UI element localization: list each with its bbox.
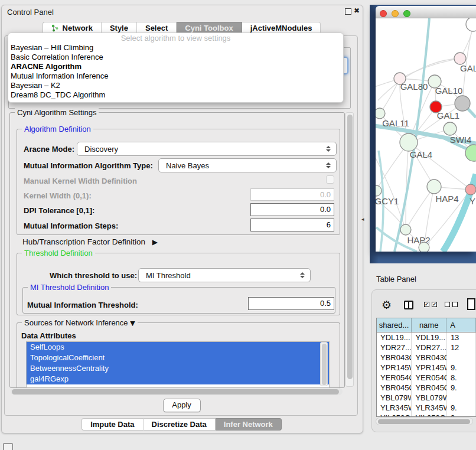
settings-vertical-scrollbar[interactable] — [345, 112, 354, 387]
aracne-mode-value: Discovery — [77, 145, 326, 154]
horizontal-scrollbar-thumb[interactable] — [12, 389, 339, 394]
data-attribute-option[interactable]: gal4RGexp — [27, 374, 329, 384]
network-node[interactable] — [400, 133, 418, 151]
aracne-mode-select[interactable]: Discovery — [77, 142, 337, 156]
table-row[interactable]: YBR043CYBR043C — [377, 353, 476, 363]
network-node[interactable] — [376, 185, 382, 196]
kernel-width-label: Kernel Width (0,1): — [24, 191, 92, 200]
table-cell: YLR345W — [412, 403, 446, 413]
panel-splitter-grip[interactable]: ◂ — [361, 216, 364, 222]
unchecked-box-icon — [452, 302, 458, 307]
network-node[interactable] — [454, 53, 466, 64]
mi-steps-field[interactable]: 6 — [250, 219, 334, 231]
export-table-icon[interactable] — [467, 298, 475, 310]
algorithm-option[interactable]: Basic Correlation Inference — [8, 53, 343, 62]
disclosure-down-icon: ▼ — [130, 319, 135, 327]
table-row[interactable]: YDR27...YDR27...12 — [377, 343, 476, 353]
dropdown-prompt: Select algorithm to view settings — [8, 33, 343, 43]
list-vertical-scrollbar[interactable] — [320, 342, 328, 386]
minimized-panel-icon[interactable] — [3, 443, 13, 450]
algorithm-option[interactable]: ARACNE Algorithm — [8, 62, 343, 71]
table-cell: YBR043C — [412, 353, 446, 363]
tab-discretize-data-label: Discretize Data — [152, 420, 207, 429]
algorithm-option[interactable]: Mutual Information Inference — [8, 71, 343, 81]
sources-group-title[interactable]: Sources for Network Inference ▼ — [22, 318, 138, 327]
network-node[interactable] — [465, 145, 476, 161]
select-all-rows-icon[interactable]: ✓ ✓ — [424, 302, 437, 307]
hub-transcription-factor-disclosure[interactable]: Hub/Transcription Factor Definition ▶ — [22, 237, 158, 246]
data-attribute-option[interactable]: TopologicalCoefficient — [27, 353, 329, 363]
table-row[interactable]: YLR345WYLR345W9. — [377, 403, 476, 413]
list-scrollbar-thumb[interactable] — [322, 344, 327, 385]
mi-algorithm-type-label: Mutual Information Algorithm Type: — [24, 161, 153, 170]
table-cell: YBR043C — [377, 353, 412, 363]
settings-horizontal-scrollbar[interactable] — [11, 388, 343, 395]
settings-scrollbar-thumb[interactable] — [347, 115, 353, 379]
unchecked-box-icon — [445, 302, 450, 307]
close-panel-icon[interactable]: ✖ — [354, 6, 360, 15]
minimize-window-icon[interactable] — [392, 10, 399, 17]
table-panel-title: Table Panel — [376, 275, 416, 283]
mi-threshold-field[interactable]: 0.5 — [248, 297, 334, 310]
table-row[interactable]: YDL19...YDL19...13 — [377, 332, 476, 343]
table-cell — [447, 353, 476, 363]
float-window-icon[interactable] — [345, 8, 351, 15]
network-node[interactable] — [376, 108, 385, 119]
table-cell: 8. — [447, 373, 476, 383]
algorithm-option[interactable]: Dream8 DC_TDC Algorithm — [8, 90, 343, 100]
table-cell: YDL19... — [377, 332, 412, 343]
column-header-name[interactable]: name — [412, 318, 446, 332]
checked-box-icon: ✓ — [424, 302, 429, 307]
data-attribute-option[interactable]: SelfLoops — [27, 342, 329, 353]
tab-jactivemnodules-label: jActiveMNodules — [250, 24, 312, 32]
table-cell: 9. — [447, 383, 476, 393]
column-visibility-icon[interactable] — [404, 301, 413, 309]
dpi-tolerance-field[interactable]: 0.0 — [250, 203, 334, 216]
data-attributes-list: SelfLoopsTopologicalCoefficientBetweenne… — [26, 341, 330, 388]
table-cell: YER054C — [412, 373, 446, 383]
table-horizontal-scrollbar[interactable] — [376, 418, 473, 425]
network-node[interactable] — [427, 180, 441, 194]
network-node[interactable] — [400, 224, 411, 235]
close-window-icon[interactable] — [380, 10, 387, 17]
table-cell: 9. — [447, 363, 476, 373]
algorithm-option[interactable]: Bayesian – Hill Climbing — [8, 43, 343, 53]
threshold-definition-title: Threshold Definition — [22, 249, 95, 257]
network-node[interactable] — [444, 122, 457, 135]
table-row[interactable]: YPR145WYPR145W9. — [377, 363, 476, 373]
algorithm-definition-title: Algorithm Definition — [22, 125, 93, 133]
data-attribute-option[interactable]: BetweennessCentrality — [27, 363, 329, 374]
column-header-shared-name[interactable]: shared... — [377, 318, 412, 332]
table-row[interactable]: YBR045CYBR045C9. — [377, 383, 476, 393]
data-attributes-label: Data Attributes — [21, 331, 76, 340]
network-canvas[interactable]: GALGAL80GAL10GAL1GAL11SWI4GAL4GCY1HAP4YH… — [376, 18, 476, 252]
table-row[interactable]: YER054CYER054C8. — [377, 373, 476, 383]
kernel-width-field[interactable]: 0.0 — [250, 188, 334, 201]
manual-kernel-width-checkbox[interactable] — [326, 175, 334, 184]
which-threshold-select[interactable]: MI Threshold — [138, 268, 311, 282]
table-cell: YPR145W — [377, 363, 412, 373]
network-node[interactable] — [465, 184, 476, 195]
node-table[interactable]: shared... name A YDL19...YDL19...13YDR27… — [376, 318, 476, 417]
combo-stepper-icon — [326, 146, 331, 152]
mi-algorithm-type-select[interactable]: Naive Bayes — [158, 158, 337, 172]
combo-stepper-icon — [326, 162, 331, 168]
network-window-titlebar[interactable] — [376, 6, 476, 18]
table-scrollbar-thumb[interactable] — [378, 419, 470, 424]
network-node[interactable] — [466, 18, 476, 31]
network-node[interactable] — [419, 242, 429, 252]
algorithm-option[interactable]: Bayesian – K2 — [8, 81, 343, 90]
zoom-window-icon[interactable] — [403, 10, 410, 17]
tab-infer-network[interactable]: Infer Network — [216, 418, 282, 431]
network-node-label: SWI4 — [450, 135, 472, 145]
table-row[interactable]: YIL052CYIL052C9. — [377, 413, 476, 417]
deselect-all-rows-icon[interactable] — [445, 302, 458, 307]
table-row[interactable]: YBL079WYBL079W — [377, 393, 476, 403]
tab-discretize-data[interactable]: Discretize Data — [144, 418, 216, 431]
tab-impute-data[interactable]: Impute Data — [81, 418, 143, 431]
network-tree-icon — [51, 24, 59, 32]
apply-button[interactable]: Apply — [163, 399, 201, 412]
network-node[interactable] — [455, 96, 470, 111]
column-header-a[interactable]: A — [446, 318, 476, 332]
gear-icon[interactable]: ⚙ — [382, 298, 392, 311]
